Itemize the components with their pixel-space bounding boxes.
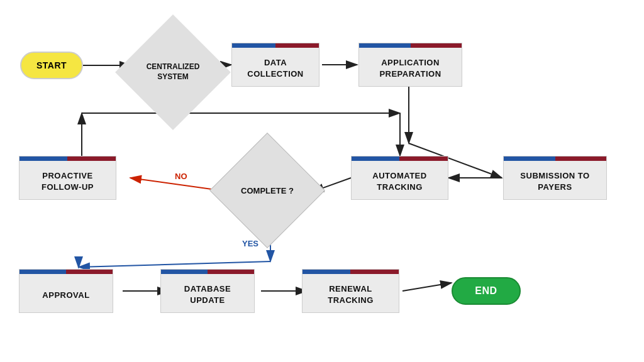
start-node: START	[20, 52, 83, 79]
renewal-tracking-label: RENEWALTRACKING	[328, 283, 374, 306]
proactive-label: PROACTIVEFOLLOW-UP	[42, 170, 94, 193]
db-update-box: DATABASEUPDATE	[160, 269, 255, 313]
centralized-system-diamond	[115, 14, 231, 130]
data-collection-label: DATACOLLECTION	[247, 57, 304, 80]
automated-tracking-box: AUTOMATEDTRACKING	[351, 156, 448, 200]
approval-box: APPROVAL	[19, 269, 113, 313]
submission-box: SUBMISSION TOPAYERS	[503, 156, 607, 200]
approval-label: APPROVAL	[42, 290, 89, 300]
no-label: NO	[175, 172, 187, 181]
start-label: START	[36, 60, 67, 70]
end-node: END	[452, 277, 521, 305]
diagram-container: START CENTRALIZEDSYSTEM DATACOLLECTION A…	[0, 0, 644, 362]
svg-line-12	[79, 261, 270, 267]
svg-line-19	[402, 283, 452, 291]
db-update-label: DATABASEUPDATE	[184, 283, 231, 306]
end-label: END	[475, 285, 497, 297]
submission-label: SUBMISSION TOPAYERS	[520, 170, 589, 193]
app-prep-box: APPLICATIONPREPARATION	[358, 43, 462, 87]
automated-tracking-label: AUTOMATEDTRACKING	[372, 170, 426, 193]
proactive-box: PROACTIVEFOLLOW-UP	[19, 156, 116, 200]
data-collection-box: DATACOLLECTION	[231, 43, 319, 87]
complete-diamond	[209, 133, 325, 248]
app-prep-label: APPLICATIONPREPARATION	[379, 57, 441, 80]
renewal-tracking-box: RENEWALTRACKING	[302, 269, 399, 313]
yes-label: YES	[242, 239, 258, 248]
